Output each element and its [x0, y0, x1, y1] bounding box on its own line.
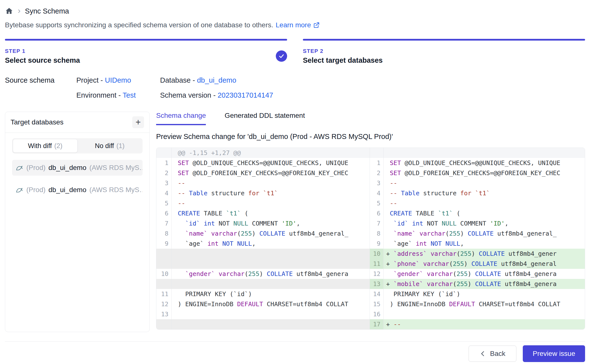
stepper: STEP 1 Select source schema STEP 2 Selec…	[5, 39, 585, 64]
db-instance: (AWS RDS MyS…	[89, 164, 143, 172]
diff-row	[156, 259, 370, 269]
line-number: 7	[156, 218, 172, 228]
code-line: --	[172, 178, 370, 188]
diff-pane-target[interactable]: 1 SET @OLD_UNIQUE_CHECKS=@@UNIQUE_CHECKS…	[370, 148, 585, 329]
diff-pane-source[interactable]: @@ -1,15 +1,27 @@1 SET @OLD_UNIQUE_CHECK…	[156, 148, 370, 329]
chevron-left-icon	[480, 350, 486, 357]
code-line: ) ENGINE=InnoDB DEFAULT CHARSET=utf8mb4 …	[172, 299, 370, 309]
line-number: 8	[370, 228, 384, 239]
source-schema-summary: Source schema Project - UIDemo Database …	[5, 76, 585, 99]
step-1-progress-bar	[5, 39, 287, 41]
mysql-icon	[16, 186, 23, 194]
code-line: CREATE TABLE `t1` (	[384, 208, 585, 218]
diff-row: 2 SET @OLD_FOREIGN_KEY_CHECKS=@@FOREIGN_…	[156, 168, 370, 178]
sync-schema-page: › Sync Schema Bytebase supports synchron…	[0, 0, 590, 364]
line-number: 12	[156, 299, 172, 309]
code-line: -- Table structure for `t1`	[384, 188, 585, 198]
tab-with-diff-label: With diff	[28, 142, 52, 150]
code-line: + `phone` varchar(255) COLLATE utf8mb4_g…	[384, 259, 585, 269]
footer-divider	[5, 341, 585, 342]
main-content: Target databases + With diff (2) No diff…	[5, 112, 585, 332]
diff-row	[156, 279, 370, 289]
code-line: `age` int NOT NULL,	[384, 239, 585, 249]
schema-diff-viewer: @@ -1,15 +1,27 @@1 SET @OLD_UNIQUE_CHECK…	[156, 148, 585, 330]
environment-link[interactable]: Test	[123, 91, 136, 99]
diff-row: 8 `name` varchar(255) COLLATE utf8mb4_ge…	[156, 228, 370, 239]
code-line	[172, 279, 370, 289]
project-label: Project -	[76, 76, 105, 84]
diff-row: 3 --	[370, 178, 585, 188]
code-line: @@ -1,15 +1,27 @@	[172, 148, 370, 158]
line-number: 5	[156, 198, 172, 208]
tab-generated-ddl[interactable]: Generated DDL statement	[225, 112, 305, 125]
code-line	[384, 309, 585, 319]
target-databases-panel: Target databases + With diff (2) No diff…	[5, 112, 150, 332]
tab-no-diff-label: No diff	[95, 142, 114, 150]
code-line: SET @OLD_FOREIGN_KEY_CHECKS=@@FOREIGN_KE…	[172, 168, 370, 178]
db-instance: (AWS RDS MyS…	[89, 186, 143, 194]
code-line: `gender` varchar(255) COLLATE utf8mb4_ge…	[172, 269, 370, 279]
diff-row: 4 -- Table structure for `t1`	[370, 188, 585, 198]
line-number	[156, 259, 172, 269]
code-line: `gender` varchar(255) COLLATE utf8mb4_ge…	[384, 269, 585, 279]
tab-no-diff[interactable]: No diff (1)	[78, 139, 142, 153]
step-1-title: Select source schema	[5, 56, 287, 64]
code-line: `age` int NOT NULL,	[172, 239, 370, 249]
target-database-item[interactable]: (Prod) db_ui_demo (AWS RDS MyS…	[12, 160, 143, 176]
line-number: 4	[156, 188, 172, 198]
back-button[interactable]: Back	[469, 346, 516, 362]
diff-row: 12 `gender` varchar(255) COLLATE utf8mb4…	[370, 269, 585, 279]
target-database-item[interactable]: (Prod) db_ui_demo (AWS RDS MyS…	[12, 182, 143, 198]
line-number: 13	[156, 309, 172, 319]
preview-title: Preview Schema change for 'db_ui_demo (P…	[156, 133, 585, 141]
diff-row: 8 `name` varchar(255) COLLATE utf8mb4_ge…	[370, 228, 585, 239]
learn-more-link[interactable]: Learn more	[276, 21, 320, 29]
line-number: 2	[370, 168, 384, 178]
line-number: 8	[156, 228, 172, 239]
source-environment: Environment - Test	[76, 91, 160, 99]
code-line: SET @OLD_FOREIGN_KEY_CHECKS=@@FOREIGN_KE…	[384, 168, 585, 178]
diff-row: 10 `gender` varchar(255) COLLATE utf8mb4…	[156, 269, 370, 279]
line-number: 9	[370, 239, 384, 249]
add-target-database-button[interactable]: +	[132, 116, 144, 128]
code-line	[384, 148, 585, 158]
home-icon[interactable]	[5, 7, 13, 15]
line-number: 1	[370, 158, 384, 168]
line-number: 13	[370, 279, 384, 289]
diff-row: 14 PRIMARY KEY (`id`)	[370, 289, 585, 299]
intro-sentence: Bytebase supports synchronizing a specif…	[5, 21, 273, 29]
diff-row: 2 SET @OLD_FOREIGN_KEY_CHECKS=@@FOREIGN_…	[370, 168, 585, 178]
line-number: 12	[370, 269, 384, 279]
db-environment: (Prod)	[26, 186, 46, 194]
diff-filter-tabs: With diff (2) No diff (1)	[12, 138, 143, 153]
back-button-label: Back	[490, 350, 505, 358]
code-line: ) ENGINE=InnoDB DEFAULT CHARSET=utf8mb4 …	[384, 299, 585, 309]
code-line: `id` int NOT NULL COMMENT 'ID',	[384, 218, 585, 228]
line-number: 15	[370, 299, 384, 309]
line-number	[156, 249, 172, 259]
code-line: + `address` varchar(255) COLLATE utf8mb4…	[384, 249, 585, 259]
diff-row: 17+ --	[370, 319, 585, 329]
schema-version-link[interactable]: 20230317014147	[218, 91, 273, 99]
preview-issue-button[interactable]: Preview issue	[523, 345, 585, 362]
diff-row: 15 ) ENGINE=InnoDB DEFAULT CHARSET=utf8m…	[370, 299, 585, 309]
chevron-right-icon: ›	[18, 6, 20, 15]
database-link[interactable]: db_ui_demo	[197, 76, 236, 84]
line-number: 16	[370, 309, 384, 319]
tab-with-diff[interactable]: With diff (2)	[13, 139, 78, 153]
step-1: STEP 1 Select source schema	[5, 39, 287, 64]
line-number: 14	[370, 289, 384, 299]
target-databases-title: Target databases	[11, 118, 64, 126]
project-link[interactable]: UIDemo	[105, 76, 131, 84]
code-line	[172, 249, 370, 259]
tab-schema-change[interactable]: Schema change	[156, 112, 206, 125]
code-line: `id` int NOT NULL COMMENT 'ID',	[172, 218, 370, 228]
tab-no-diff-count: (1)	[116, 142, 125, 150]
code-line: `name` varchar(255) COLLATE utf8mb4_gene…	[172, 228, 370, 239]
diff-row: 6 CREATE TABLE `t1` (	[156, 208, 370, 218]
source-spacer	[5, 91, 76, 99]
line-number	[370, 148, 384, 158]
line-number	[156, 319, 172, 329]
diff-row: 16	[370, 309, 585, 319]
code-line: --	[384, 198, 585, 208]
